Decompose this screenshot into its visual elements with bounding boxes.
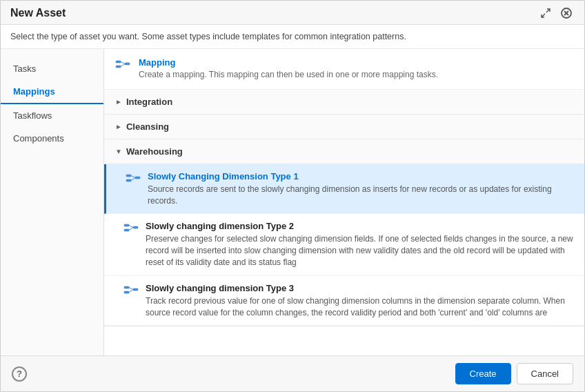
mapping-icon [115,59,130,70]
dialog-footer: ? Create Cancel [1,355,584,391]
scd2-icon [123,222,139,233]
chevron-right-icon-2: ► [115,123,122,130]
mapping-desc: Create a mapping. This mapping can then … [139,69,573,81]
sidebar: Tasks Mappings Taskflows Components [1,49,104,355]
svg-line-19 [129,228,133,231]
scd3-desc: Track record previous value for one of s… [146,295,573,319]
expand-button[interactable] [537,6,554,20]
svg-rect-21 [124,291,129,293]
scd1-icon [126,173,141,184]
scd1-text: Slowly Changing Dimension Type 1 Source … [148,171,573,207]
scd3-text: Slowly changing dimension Type 3 Track r… [146,283,573,319]
svg-rect-12 [135,177,140,179]
section-cleansing[interactable]: ► Cleansing [104,115,584,139]
section-integration[interactable]: ► Integration [104,90,584,115]
create-button[interactable]: Create [455,363,511,384]
dialog-header: New Asset [1,1,584,25]
close-button[interactable] [558,6,575,20]
svg-line-18 [129,226,133,228]
scd2-text: Slowly changing dimension Type 2 Preserv… [146,221,573,268]
cancel-button[interactable]: Cancel [517,363,573,384]
scd1-name: Slowly Changing Dimension Type 1 [148,171,573,182]
svg-rect-10 [126,175,131,177]
svg-line-23 [129,287,133,289]
svg-rect-6 [116,66,121,68]
scd3-name: Slowly changing dimension Type 3 [146,283,573,293]
section-cleansing-label: Cleansing [126,121,169,132]
help-button[interactable]: ? [12,366,27,382]
asset-item-scd3[interactable]: Slowly changing dimension Type 3 Track r… [104,276,584,326]
dialog-body: Tasks Mappings Taskflows Components Mapp… [1,49,584,355]
section-warehousing-label: Warehousing [126,146,183,157]
svg-rect-7 [125,63,130,65]
header-actions [537,6,575,20]
mapping-item[interactable]: Mapping Create a mapping. This mapping c… [104,49,584,90]
scd2-name: Slowly changing dimension Type 2 [146,221,573,231]
svg-line-13 [131,175,135,177]
dialog-subtitle: Select the type of asset you want. Some … [1,25,584,49]
mapping-text: Mapping Create a mapping. This mapping c… [139,57,573,81]
main-content: Mapping Create a mapping. This mapping c… [104,49,584,355]
footer-left: ? [12,366,450,382]
sidebar-item-mappings[interactable]: Mappings [1,80,103,104]
svg-rect-17 [133,226,138,228]
svg-rect-11 [126,179,131,182]
sidebar-item-tasks[interactable]: Tasks [1,57,103,80]
chevron-right-icon: ► [115,98,122,106]
svg-line-9 [121,64,125,67]
chevron-down-icon: ▼ [115,148,122,155]
mapping-name: Mapping [139,57,573,68]
new-asset-dialog: New Asset Select the type of asset you w [0,0,585,392]
dialog-title: New Asset [10,7,66,19]
svg-rect-20 [124,286,129,288]
svg-line-14 [131,177,135,180]
svg-rect-16 [124,229,129,231]
sidebar-item-taskflows[interactable]: Taskflows [1,104,103,127]
svg-rect-15 [124,224,129,226]
warehousing-items: Slowly Changing Dimension Type 1 Source … [104,164,584,327]
section-warehousing[interactable]: ▼ Warehousing [104,139,584,164]
asset-item-scd1[interactable]: Slowly Changing Dimension Type 1 Source … [104,164,584,215]
section-integration-label: Integration [126,97,172,107]
asset-item-scd2[interactable]: Slowly changing dimension Type 2 Preserv… [104,214,584,275]
scd1-desc: Source records are sent to the slowly ch… [148,184,573,207]
svg-rect-5 [116,61,121,63]
scd2-desc: Preserve changes for selected slow chang… [146,233,573,268]
sidebar-item-components[interactable]: Components [1,127,103,150]
svg-line-8 [121,62,125,64]
scd3-icon [123,284,139,295]
svg-line-24 [129,289,133,292]
svg-rect-22 [133,288,138,291]
